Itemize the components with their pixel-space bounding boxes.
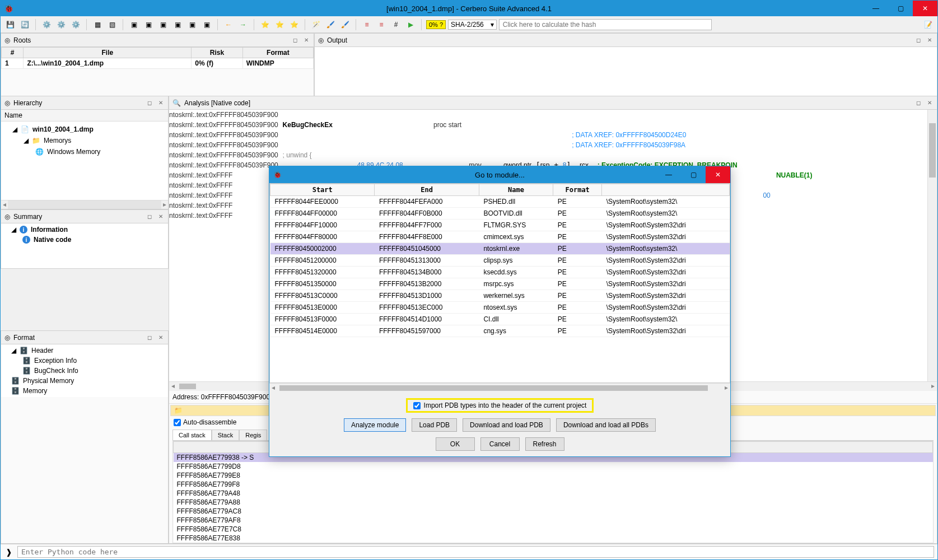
- col-path[interactable]: [602, 184, 730, 196]
- stack-row[interactable]: FFFF8586AE7799E8: [174, 471, 933, 480]
- format-physmem[interactable]: 🗄️Physical Memory: [2, 376, 167, 386]
- import-pdb-checkbox[interactable]: [413, 402, 421, 409]
- bar-2-icon[interactable]: ≡: [375, 18, 388, 31]
- auto-disassemble-checkbox[interactable]: [174, 419, 181, 426]
- hash-icon[interactable]: #: [390, 18, 402, 31]
- module-row[interactable]: FFFFF8044FF80000FFFFF8044FF8E000cmimcext…: [270, 231, 730, 243]
- star-3-icon[interactable]: ⭐: [288, 18, 300, 31]
- module-row[interactable]: FFFFF8044FF10000FFFFF8044FF7F000FLTMGR.S…: [270, 220, 730, 231]
- close-panel-icon[interactable]: ✕: [926, 99, 934, 107]
- settings-doc-icon[interactable]: ⚙️: [69, 18, 82, 31]
- run-icon[interactable]: ▶: [404, 18, 417, 31]
- close-panel-icon[interactable]: ✕: [157, 99, 165, 107]
- brush-2-icon[interactable]: 🖌️: [339, 18, 351, 31]
- python-input[interactable]: [17, 546, 934, 558]
- undock-icon[interactable]: ◻: [146, 334, 153, 342]
- maximize-button[interactable]: ▢: [888, 1, 913, 16]
- module-row[interactable]: FFFFF80450002000FFFFF80451045000ntoskrnl…: [270, 243, 730, 255]
- col-name[interactable]: Name: [479, 184, 553, 196]
- roots-row[interactable]: 1 Z:\...\win10_2004_1.dmp 0% (f) WINDMP: [2, 58, 314, 69]
- close-panel-icon[interactable]: ✕: [302, 36, 310, 44]
- panel-6-icon[interactable]: ▣: [200, 18, 213, 31]
- hash-input[interactable]: [499, 19, 712, 30]
- download-all-pdb-button[interactable]: Download and load all PDBs: [556, 418, 656, 432]
- stack-row[interactable]: FFFF8586AE779A48: [174, 489, 933, 498]
- chevron-right-icon[interactable]: ❱: [4, 547, 14, 557]
- star-2-icon[interactable]: ⭐: [273, 18, 286, 31]
- col-num[interactable]: #: [2, 48, 24, 58]
- stack-row[interactable]: FFFF8586AE77E838: [174, 534, 933, 543]
- star-1-icon[interactable]: ⭐: [259, 18, 271, 31]
- dialog-minimize-button[interactable]: —: [656, 166, 681, 183]
- gear-icon[interactable]: ⚙️: [40, 18, 53, 31]
- col-format[interactable]: Format: [553, 184, 602, 196]
- module-row[interactable]: FFFFF8044FF00000FFFFF8044FF0B000BOOTVID.…: [270, 208, 730, 220]
- tab-callstack[interactable]: Call stack: [172, 430, 212, 440]
- panel-3-icon[interactable]: ▣: [157, 18, 169, 31]
- undock-icon[interactable]: ◻: [146, 99, 153, 107]
- undock-icon[interactable]: ◻: [914, 36, 922, 44]
- panel-5-icon[interactable]: ▣: [186, 18, 198, 31]
- stack-row[interactable]: FFFF8586AE779A88: [174, 498, 933, 507]
- refresh-button[interactable]: Refresh: [525, 437, 564, 451]
- layout-1-icon[interactable]: ▦: [91, 18, 104, 31]
- stack-row[interactable]: FFFF8586AE779AF8: [174, 516, 933, 525]
- dialog-maximize-button[interactable]: ▢: [681, 166, 706, 183]
- col-risk[interactable]: Risk: [192, 48, 242, 58]
- col-file[interactable]: File: [24, 48, 192, 58]
- bar-1-icon[interactable]: ≡: [361, 18, 373, 31]
- stack-row[interactable]: FFFF8586AE7799F8: [174, 480, 933, 489]
- module-row[interactable]: FFFFF80451320000FFFFF8045134B000ksecdd.s…: [270, 267, 730, 278]
- hscroll[interactable]: ◂ ▸: [1, 200, 168, 209]
- panel-2-icon[interactable]: ▣: [142, 18, 155, 31]
- hash-algo-combo[interactable]: SHA-2/256▾: [448, 20, 497, 30]
- note-icon[interactable]: 📝: [922, 18, 934, 31]
- ok-button[interactable]: OK: [436, 437, 475, 451]
- brush-icon[interactable]: 🖌️: [324, 18, 337, 31]
- analyze-module-button[interactable]: Analyze module: [344, 418, 406, 432]
- wand-icon[interactable]: 🪄: [310, 18, 322, 31]
- format-exception[interactable]: 🗄️Exception Info: [2, 356, 167, 366]
- analysis-vscroll[interactable]: [927, 110, 937, 381]
- panel-1-icon[interactable]: ▣: [128, 18, 140, 31]
- save-icon[interactable]: 💾: [4, 18, 16, 31]
- stack-row[interactable]: FFFF8586AE779AC8: [174, 507, 933, 516]
- tree-root[interactable]: ◢ 📄 win10_2004_1.dmp: [3, 124, 166, 135]
- settings-add-icon[interactable]: ⚙️: [55, 18, 67, 31]
- forward-icon[interactable]: →: [237, 18, 249, 31]
- col-start[interactable]: Start: [270, 184, 375, 196]
- format-header[interactable]: ◢🗄️Header: [2, 346, 167, 356]
- module-row[interactable]: FFFFF804513E0000FFFFF804513EC000ntosext.…: [270, 302, 730, 314]
- module-row[interactable]: FFFFF804514E0000FFFFF80451597000cng.sysP…: [270, 325, 730, 337]
- tree-memorys[interactable]: ◢ 📁 Memorys: [3, 135, 166, 146]
- close-button[interactable]: ✕: [913, 1, 937, 16]
- module-row[interactable]: FFFFF804513C0000FFFFF804513D1000werkerne…: [270, 290, 730, 302]
- format-memory[interactable]: 🗄️Memory: [2, 386, 167, 396]
- module-row[interactable]: FFFFF804513F0000FFFFF804514D1000CI.dllPE…: [270, 314, 730, 325]
- close-panel-icon[interactable]: ✕: [926, 36, 934, 44]
- module-row[interactable]: FFFFF80451350000FFFFF804513B2000msrpc.sy…: [270, 278, 730, 290]
- undock-icon[interactable]: ◻: [291, 36, 299, 44]
- summary-information[interactable]: ◢ i Information: [2, 225, 167, 235]
- minimize-button[interactable]: —: [864, 1, 888, 16]
- format-bugcheck[interactable]: 🗄️BugCheck Info: [2, 366, 167, 376]
- download-load-pdb-button[interactable]: Download and load PDB: [463, 418, 550, 432]
- col-end[interactable]: End: [375, 184, 479, 196]
- undock-icon[interactable]: ◻: [146, 213, 153, 221]
- dialog-close-button[interactable]: ✕: [706, 166, 730, 183]
- panel-4-icon[interactable]: ▣: [171, 18, 184, 31]
- module-row[interactable]: FFFFF80451200000FFFFF80451313000clipsp.s…: [270, 255, 730, 267]
- tab-stack[interactable]: Stack: [212, 430, 240, 440]
- close-panel-icon[interactable]: ✕: [157, 213, 165, 221]
- tree-windows-memory[interactable]: 🌐 Windows Memory: [3, 146, 166, 157]
- col-format[interactable]: Format: [242, 48, 313, 58]
- module-hscroll[interactable]: ◂ ▸: [269, 383, 730, 393]
- search-icon[interactable]: 🔍: [172, 99, 181, 107]
- tab-regis[interactable]: Regis: [239, 430, 267, 440]
- load-pdb-button[interactable]: Load PDB: [412, 418, 457, 432]
- stack-row[interactable]: FFFF8586AE77E7C8: [174, 525, 933, 534]
- layout-2-icon[interactable]: ▧: [106, 18, 118, 31]
- close-panel-icon[interactable]: ✕: [157, 334, 165, 342]
- undock-icon[interactable]: ◻: [914, 99, 922, 107]
- stack-row[interactable]: FFFF8586AE7799D8: [174, 462, 933, 471]
